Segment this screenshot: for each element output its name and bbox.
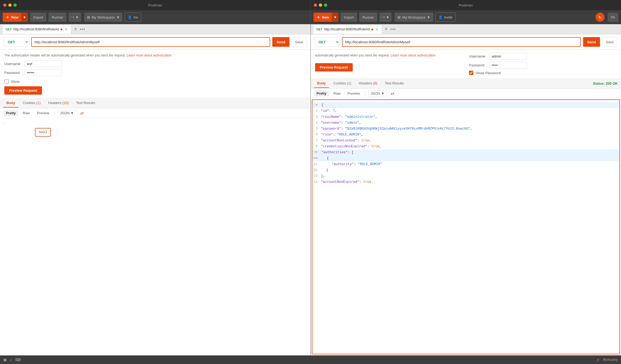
preview-request-button-right[interactable]: Preview Request <box>315 63 353 72</box>
resp-tab-headers-left[interactable]: Headers (10) <box>45 99 72 108</box>
tab-unsaved-dot-left <box>61 28 62 30</box>
format-arrow-left: ▼ <box>70 111 74 115</box>
view-preview-left[interactable]: Preview <box>34 110 52 116</box>
view-pretty-left[interactable]: Pretty <box>3 110 19 116</box>
view-preview-right[interactable]: Preview <box>345 90 362 97</box>
resp-tab-body-right[interactable]: Body <box>314 79 329 88</box>
person-icon-right: 👤 <box>438 15 443 19</box>
view-divider-left <box>55 111 55 116</box>
import-button-right[interactable]: Import <box>341 13 357 22</box>
response-tab-bar-right: Body Cookies (1) Headers (9) Test Result… <box>311 78 621 89</box>
request-tab-left[interactable]: GET http://localhost:8080/findRoleAd ✕ <box>2 25 71 34</box>
tab-more-button-left[interactable]: ••• <box>80 27 85 32</box>
auth-learn-more-left[interactable]: Learn more about authorization <box>127 53 172 57</box>
format-dropdown-left[interactable]: JSON ▼ <box>58 110 76 116</box>
window-title-right: Postman <box>459 3 472 7</box>
show-password-checkbox-left[interactable] <box>4 79 9 84</box>
fork-button-left[interactable]: ⭢ ▼ <box>69 13 81 22</box>
json-line-4: 4 "username": "admin", <box>312 120 620 126</box>
console-icon[interactable]: ▣ <box>3 358 7 362</box>
code-view-left: - null <box>0 118 310 355</box>
method-select-right[interactable]: GET POST PUT DELETE <box>315 37 340 47</box>
traffic-light-red[interactable] <box>3 3 6 7</box>
auth-description-left: The authorization header will be automat… <box>4 53 306 58</box>
traffic-light-yellow-r[interactable] <box>319 3 322 7</box>
auth-description-right: automatically generated when you send th… <box>315 53 463 58</box>
traffic-light-yellow[interactable] <box>8 3 12 7</box>
show-password-checkbox-right[interactable] <box>469 71 473 75</box>
show-password-label-left: Show <box>11 80 20 84</box>
resp-tab-test-left[interactable]: Test Results <box>73 99 98 108</box>
url-input-right[interactable] <box>342 37 581 47</box>
workspace-button-left[interactable]: ⊞ My Workspace ▼ <box>84 13 123 22</box>
workspace-button-right[interactable]: ⊞ My Workspace ▼ <box>395 13 433 22</box>
method-select-left[interactable]: GET POST PUT DELETE <box>4 37 29 47</box>
tab-close-right[interactable]: ✕ <box>375 27 379 31</box>
wrap-icon-right[interactable]: ⇄ <box>391 91 394 96</box>
url-input-left[interactable] <box>31 37 270 47</box>
auth-section-left: The authorization header will be automat… <box>0 50 310 98</box>
password-label-right: Password <box>469 63 489 67</box>
send-button-left[interactable]: Send <box>272 37 290 47</box>
view-divider-right <box>365 91 366 96</box>
invite-button-right[interactable]: 👤 Invite <box>435 13 456 22</box>
password-input-right[interactable] <box>489 62 527 69</box>
keyboard-icon[interactable]: ⌨ <box>15 358 21 362</box>
json-line-11: 11 "authority": "ROLE_ADMIN" <box>312 161 620 167</box>
preview-request-button-left[interactable]: Preview Request <box>4 86 42 95</box>
bootcamp-label[interactable]: Bootcamp <box>603 358 618 362</box>
show-password-row-left: Show <box>4 79 306 84</box>
tab-method-right: GET <box>316 28 323 31</box>
new-tab-button-right[interactable]: + <box>383 26 390 32</box>
resp-tab-test-right[interactable]: Test Results <box>382 79 407 88</box>
username-input-left[interactable] <box>24 60 62 67</box>
wrap-icon-left[interactable]: ⇄ <box>80 110 84 116</box>
json-line-7: 7 "accountNonLocked": true, <box>312 138 620 144</box>
new-button-right[interactable]: ＋ New ▼ <box>313 13 339 22</box>
request-tab-right[interactable]: GET http://localhost:8080/findRoleAd ✕ <box>313 25 382 34</box>
new-label-right: New <box>322 15 329 19</box>
format-dropdown-right[interactable]: JSON ▼ <box>368 90 387 97</box>
search-icon[interactable]: ⌕ <box>10 358 12 362</box>
view-raw-left[interactable]: Raw <box>20 110 33 116</box>
new-tab-button-left[interactable]: + <box>72 26 79 32</box>
new-button-left[interactable]: ＋ New ▼ <box>3 13 28 22</box>
status-badge: Status: 200 OK <box>593 81 618 85</box>
tab-more-button-right[interactable]: ••• <box>390 27 396 32</box>
workspace-label-right: My Workspace <box>402 15 425 19</box>
auth-learn-more-right[interactable]: Learn more about authorization <box>391 53 436 57</box>
runner-button-left[interactable]: Runner <box>48 13 66 22</box>
view-bar-left: Pretty Raw Preview JSON ▼ ⇄ <box>0 108 310 118</box>
view-raw-right[interactable]: Raw <box>331 90 343 97</box>
resp-tab-headers-right[interactable]: Headers (9) <box>356 79 381 88</box>
no-env-button-right[interactable]: No <box>608 13 618 22</box>
runner-button-right[interactable]: Runner <box>359 13 377 22</box>
json-line-14: 14 "accountNonExpired": true. <box>312 179 620 185</box>
password-input-left[interactable] <box>24 69 62 76</box>
resp-tab-cookies-right[interactable]: Cookies (1) <box>330 79 355 88</box>
plus-icon-right: ＋ <box>316 15 320 20</box>
refresh-button-right[interactable]: ↻ <box>595 13 605 22</box>
traffic-light-green-r[interactable] <box>324 3 327 7</box>
view-pretty-right[interactable]: Pretty <box>314 90 329 97</box>
resp-tab-body-left[interactable]: Body <box>3 99 19 108</box>
workspace-label-left: My Workspace <box>92 15 115 19</box>
traffic-light-green[interactable] <box>13 3 17 7</box>
fork-button-right[interactable]: ⭢ ▼ <box>379 13 391 22</box>
new-dropdown-arrow-right[interactable]: ▼ <box>332 13 338 22</box>
username-label-right: Username <box>469 54 489 58</box>
new-dropdown-arrow-left[interactable]: ▼ <box>21 13 28 22</box>
resp-tab-cookies-left[interactable]: Cookies (1) <box>20 99 44 108</box>
auth-section-right: automatically generated when you send th… <box>311 50 621 78</box>
invite-button-left[interactable]: 👤 Inv <box>125 13 141 22</box>
import-button-left[interactable]: Import <box>30 13 47 22</box>
traffic-light-red-r[interactable] <box>314 3 317 7</box>
tab-close-left[interactable]: ✕ <box>65 27 68 31</box>
tab-bar-right: GET http://localhost:8080/findRoleAd ✕ +… <box>311 24 621 34</box>
workspace-arrow-right: ▼ <box>427 15 431 19</box>
save-button-left[interactable]: Save <box>292 37 307 47</box>
username-input-right[interactable] <box>489 53 527 60</box>
save-button-right[interactable]: Save <box>602 37 617 47</box>
send-button-right[interactable]: Send <box>583 37 600 47</box>
url-bar-left: GET POST PUT DELETE Send Save <box>0 34 310 50</box>
